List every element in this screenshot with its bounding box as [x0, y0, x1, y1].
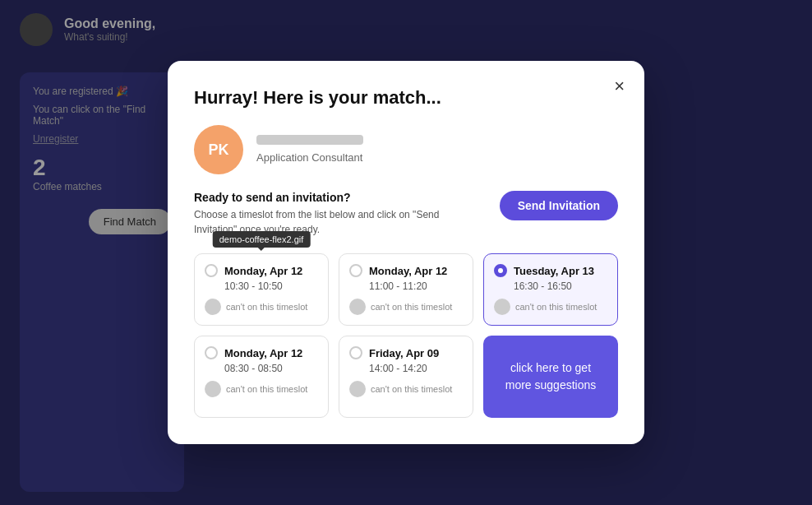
conflict-avatar — [349, 381, 366, 397]
modal-title: Hurray! Here is your match... — [194, 87, 618, 109]
match-details: Application Consultant — [256, 135, 363, 164]
more-suggestions-card[interactable]: click here to get more suggestions — [483, 336, 618, 418]
conflict-avatar — [349, 299, 366, 315]
conflict-avatar — [494, 299, 510, 315]
radio-unchecked[interactable] — [349, 264, 362, 277]
timeslot-header: Tuesday, Apr 13 — [494, 264, 607, 277]
timeslot-day: Monday, Apr 12 — [224, 265, 302, 277]
radio-unchecked[interactable] — [205, 346, 218, 359]
match-info: PK Application Consultant — [194, 125, 618, 174]
timeslot-grid: demo-coffee-flex2.gif Monday, Apr 12 10:… — [194, 253, 618, 418]
timeslot-conflict: can't on this timeslot — [205, 381, 318, 397]
send-invitation-button[interactable]: Send Invitation — [500, 191, 618, 220]
conflict-text: can't on this timeslot — [226, 384, 307, 394]
conflict-avatar — [205, 299, 221, 315]
timeslot-day: Friday, Apr 09 — [369, 347, 439, 359]
match-role: Application Consultant — [256, 151, 362, 164]
match-avatar: PK — [194, 125, 243, 174]
more-suggestions-text: click here to get more suggestions — [483, 346, 618, 407]
timeslot-header: Monday, Apr 12 — [205, 346, 318, 359]
timeslot-card[interactable]: Monday, Apr 12 11:00 - 11:20 can't on th… — [339, 253, 473, 326]
timeslot-time: 10:30 - 10:50 — [205, 280, 318, 292]
timeslot-day: Tuesday, Apr 13 — [514, 265, 594, 277]
tooltip: demo-coffee-flex2.gif — [213, 231, 311, 248]
invitation-heading: Ready to send an invitation? — [194, 191, 473, 204]
conflict-text: can't on this timeslot — [226, 302, 307, 312]
close-button[interactable]: × — [614, 77, 625, 95]
conflict-text: can't on this timeslot — [371, 384, 452, 394]
invitation-text: Ready to send an invitation? Choose a ti… — [194, 191, 473, 237]
timeslot-time: 14:00 - 14:20 — [349, 363, 463, 374]
timeslot-card[interactable]: Monday, Apr 12 08:30 - 08:50 can't on th… — [194, 336, 329, 418]
radio-unchecked[interactable] — [205, 264, 218, 277]
timeslot-header: Friday, Apr 09 — [349, 346, 463, 359]
match-modal: × Hurray! Here is your match... PK Appli… — [168, 61, 644, 444]
timeslot-time: 16:30 - 16:50 — [494, 280, 607, 292]
timeslot-header: Monday, Apr 12 — [205, 264, 318, 277]
radio-unchecked[interactable] — [349, 346, 362, 359]
timeslot-conflict: can't on this timeslot — [349, 299, 463, 315]
timeslot-card[interactable]: Friday, Apr 09 14:00 - 14:20 can't on th… — [339, 336, 473, 418]
match-name-blurred — [256, 135, 363, 145]
modal-overlay: × Hurray! Here is your match... PK Appli… — [0, 0, 812, 505]
conflict-text: can't on this timeslot — [515, 302, 597, 312]
timeslot-header: Monday, Apr 12 — [349, 264, 463, 277]
timeslot-conflict: can't on this timeslot — [494, 299, 607, 315]
conflict-text: can't on this timeslot — [371, 302, 452, 312]
timeslot-card[interactable]: demo-coffee-flex2.gif Monday, Apr 12 10:… — [194, 253, 329, 326]
timeslot-time: 11:00 - 11:20 — [349, 280, 463, 292]
timeslot-conflict: can't on this timeslot — [205, 299, 318, 315]
timeslot-card-selected[interactable]: Tuesday, Apr 13 16:30 - 16:50 can't on t… — [483, 253, 618, 326]
timeslot-conflict: can't on this timeslot — [349, 381, 463, 397]
timeslot-day: Monday, Apr 12 — [369, 265, 447, 277]
invitation-section: Ready to send an invitation? Choose a ti… — [194, 191, 618, 237]
radio-checked[interactable] — [494, 264, 507, 277]
timeslot-day: Monday, Apr 12 — [224, 347, 302, 359]
timeslot-time: 08:30 - 08:50 — [205, 363, 318, 374]
conflict-avatar — [205, 381, 221, 397]
